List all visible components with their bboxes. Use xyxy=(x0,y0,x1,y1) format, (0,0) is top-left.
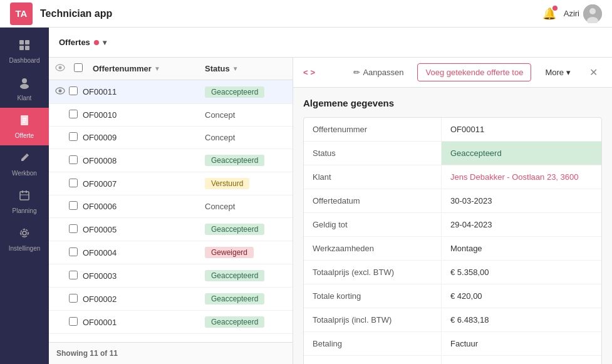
row-checkbox[interactable] xyxy=(69,247,83,258)
detail-field-value: € 420,00 xyxy=(442,284,601,308)
svg-point-8 xyxy=(20,84,29,89)
row-status: Concept xyxy=(205,110,286,120)
row-checkbox-input[interactable] xyxy=(69,179,78,187)
sidebar-item-instellingen[interactable]: Instellingen xyxy=(0,221,49,258)
list-item[interactable]: OF00005Geaccepteerd xyxy=(49,218,293,241)
row-checkbox-input[interactable] xyxy=(69,317,78,326)
row-checkbox-input[interactable] xyxy=(69,110,78,118)
detail-field-row: StatusGeaccepteerd xyxy=(304,142,601,165)
user-menu[interactable]: Aziri xyxy=(564,4,602,23)
detail-field-label: Offertedatum xyxy=(304,189,442,212)
check-col-header[interactable] xyxy=(74,63,88,74)
sidebar-item-offerte[interactable]: Offerte xyxy=(0,108,49,145)
row-checkbox[interactable] xyxy=(69,201,83,212)
list-rows: OF00011GeaccepteerdOF00010ConceptOF00009… xyxy=(49,80,293,342)
sidebar-item-planning[interactable]: Planning xyxy=(0,183,49,221)
list-item[interactable]: OF00001Geaccepteerd xyxy=(49,311,293,334)
select-all-checkbox[interactable] xyxy=(74,63,83,72)
edit-button[interactable]: ✏ Aanpassen xyxy=(346,64,411,81)
list-item[interactable]: OF00011Geaccepteerd xyxy=(49,80,293,104)
offerte-label: Offerte xyxy=(15,132,34,139)
row-checkbox-input[interactable] xyxy=(69,86,78,95)
detail-field-value: Geaccepteerd xyxy=(442,142,601,165)
user-name: Aziri xyxy=(564,9,579,18)
detail-field-value[interactable]: Jens Debakker - Oostlaan 23, 3600 xyxy=(442,165,601,189)
row-checkbox-input[interactable] xyxy=(69,271,78,279)
row-checkbox[interactable] xyxy=(69,132,83,143)
detail-field-value xyxy=(442,356,601,364)
row-checkbox-input[interactable] xyxy=(69,294,78,303)
row-checkbox[interactable] xyxy=(69,155,83,166)
more-button[interactable]: More ▾ xyxy=(537,64,578,81)
more-label: More xyxy=(545,68,564,77)
detail-field-label: Status xyxy=(304,142,442,165)
row-status: Geaccepteerd xyxy=(205,293,286,304)
section-title: Algemene gegevens xyxy=(303,98,602,108)
svg-rect-14 xyxy=(20,192,29,200)
list-item[interactable]: OF00006Concept xyxy=(49,195,293,218)
row-checkbox-input[interactable] xyxy=(69,132,78,141)
klant-icon xyxy=(18,76,31,92)
row-status: Geaccepteerd xyxy=(205,86,286,98)
status-badge: Geaccepteerd xyxy=(205,316,264,328)
detail-field-label: Geldig tot xyxy=(304,213,442,236)
row-checkbox-input[interactable] xyxy=(69,224,78,233)
detail-field-row: Totaalprijs (excl. BTW)€ 5.358,00 xyxy=(304,261,601,284)
number-col-label: Offertenummer xyxy=(93,64,152,73)
detail-field-row: Geldig tot29-04-2023 xyxy=(304,213,601,237)
row-checkbox[interactable] xyxy=(69,86,83,97)
list-item[interactable]: OF00003Geaccepteerd xyxy=(49,264,293,288)
detail-field-label: Betaling xyxy=(304,332,442,355)
list-header: Offertenummer ▼ Status ▼ xyxy=(49,58,293,80)
row-checkbox-input[interactable] xyxy=(69,201,78,210)
row-checkbox-input[interactable] xyxy=(69,247,78,256)
nav-next-icon[interactable]: > xyxy=(311,68,316,77)
planning-icon xyxy=(18,189,31,205)
row-number: OF00008 xyxy=(83,156,205,165)
detail-panel: < > ✏ Aanpassen Voeg getekende offerte t… xyxy=(293,58,612,364)
pencil-icon: ✏ xyxy=(353,68,360,77)
detail-field-row: Totaalprijs (incl. BTW)€ 6.483,18 xyxy=(304,308,601,332)
sidebar-item-klant[interactable]: Klant xyxy=(0,70,49,108)
row-checkbox-input[interactable] xyxy=(69,155,78,164)
row-status: Geaccepteerd xyxy=(205,155,286,166)
subheader: Offertes ▾ xyxy=(49,28,612,58)
status-col-header[interactable]: Status ▼ xyxy=(205,64,286,73)
list-item[interactable]: OF00004Geweigerd xyxy=(49,241,293,264)
sidebar-item-werkbon[interactable]: Werkbon xyxy=(0,145,49,183)
eye-col-header xyxy=(55,63,69,75)
number-col-header[interactable]: Offertenummer ▼ xyxy=(93,64,200,73)
svg-point-21 xyxy=(59,66,62,70)
row-checkbox[interactable] xyxy=(69,294,83,304)
status-badge: Geaccepteerd xyxy=(205,155,264,166)
row-checkbox[interactable] xyxy=(69,317,83,328)
detail-field-label: Totaalprijs (incl. BTW) xyxy=(304,308,442,331)
row-number: OF00009 xyxy=(83,133,205,142)
row-status: Concept xyxy=(205,202,286,211)
row-checkbox[interactable] xyxy=(69,224,83,235)
notification-bell[interactable]: 🔔 xyxy=(542,7,556,21)
list-item[interactable]: OF00009Concept xyxy=(49,127,293,149)
close-button[interactable]: ✕ xyxy=(584,64,602,81)
list-item[interactable]: OF00007Verstuurd xyxy=(49,172,293,195)
detail-field-label: Opmerkingen xyxy=(304,356,442,364)
detail-field-label: Klant xyxy=(304,165,442,189)
list-item[interactable]: OF00010Concept xyxy=(49,104,293,127)
detail-field-value: € 6.483,18 xyxy=(442,308,601,331)
add-signed-quote-button[interactable]: Voeg getekende offerte toe xyxy=(417,63,531,81)
svg-rect-3 xyxy=(19,40,24,44)
sidebar-item-dashboard[interactable]: Dashboard xyxy=(0,33,49,70)
row-checkbox[interactable] xyxy=(69,179,83,189)
detail-field-row: Opmerkingen xyxy=(304,356,601,364)
notification-dot xyxy=(94,40,99,45)
title-dropdown-icon[interactable]: ▾ xyxy=(103,38,106,47)
row-checkbox[interactable] xyxy=(69,271,83,281)
status-badge: Geaccepteerd xyxy=(205,293,264,304)
nav-prev-icon[interactable]: < xyxy=(303,68,308,77)
status-col-label: Status xyxy=(205,64,230,73)
list-item[interactable]: OF00008Geaccepteerd xyxy=(49,149,293,172)
row-checkbox[interactable] xyxy=(69,110,83,120)
nav-arrows: < > xyxy=(303,68,315,77)
status-sort-icon: ▼ xyxy=(232,65,239,72)
list-item[interactable]: OF00002Geaccepteerd xyxy=(49,288,293,311)
